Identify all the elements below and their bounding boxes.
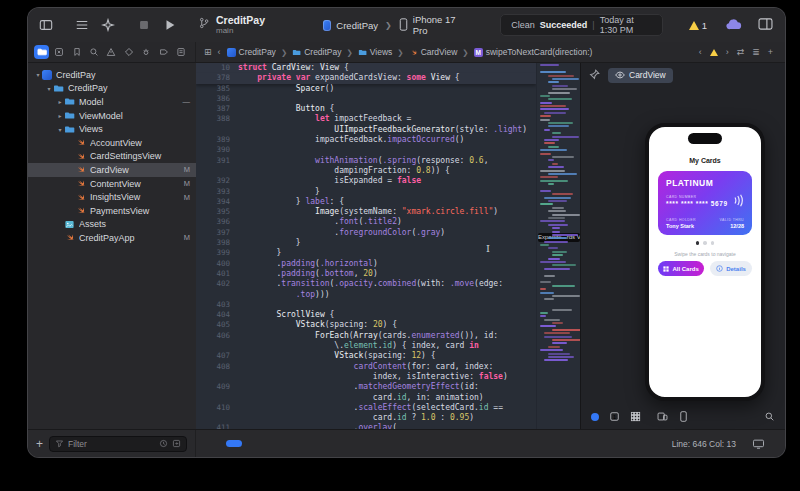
recents-icon[interactable] (159, 439, 168, 448)
add-editor-icon[interactable]: + (768, 47, 773, 57)
add-file-button[interactable]: + (36, 438, 43, 450)
breadcrumb-item[interactable]: CreditPay (292, 47, 341, 57)
back-icon[interactable]: ‹ (218, 47, 221, 57)
file-label: PaymentsView (90, 206, 190, 216)
status-time: Today at 1:30 PM (600, 15, 652, 35)
file-row-insightsview[interactable]: InsightsViewM (28, 190, 196, 204)
code-line: 389 impactFeedback.impactOccurred() (196, 135, 536, 145)
navigator-bookmarks-icon[interactable] (69, 45, 84, 59)
minimap-line (548, 353, 570, 355)
details-button[interactable]: Details (710, 261, 752, 276)
file-row-assets[interactable]: Assets (28, 218, 196, 232)
breadcrumb-item[interactable]: CardView (409, 47, 458, 57)
minimap-line (552, 295, 580, 297)
line-number (196, 372, 238, 382)
file-label: Views (79, 124, 190, 134)
variants-grid-icon[interactable] (630, 408, 641, 426)
iphone-preview[interactable]: My Cards PLATINUM CARD NUMBER **** **** … (645, 123, 765, 401)
minimap[interactable]: Expande...rds View (536, 63, 581, 430)
minimap-line (544, 275, 555, 277)
prev-issue-icon[interactable]: ‹ (699, 47, 702, 57)
file-row-cardsettingsview[interactable]: CardSettingsView (28, 150, 196, 164)
toolbar-left (28, 17, 188, 33)
file-row-creditpay[interactable]: ▾CreditPay (28, 68, 196, 82)
minimap-line (544, 332, 570, 334)
device-settings-icon[interactable] (657, 408, 668, 426)
navigator-reports-icon[interactable] (174, 45, 189, 59)
project-branch[interactable]: CreditPay main (198, 15, 265, 35)
file-row-contentview[interactable]: ContentViewM (28, 177, 196, 191)
scm-filter-icon[interactable] (172, 439, 181, 448)
code-editor[interactable]: I 10struct CardView: View {378 private v… (196, 63, 536, 430)
file-label: Model (79, 97, 179, 107)
device-icon[interactable] (678, 408, 689, 426)
navigator-errors-icon[interactable] (51, 45, 66, 59)
navigator-project-icon[interactable] (34, 45, 49, 59)
disclosure-icon[interactable]: ▾ (56, 126, 64, 133)
file-row-model[interactable]: ▸Model— (28, 95, 196, 109)
filter-placeholder: Filter (68, 439, 155, 449)
disclosure-icon[interactable]: ▾ (34, 71, 42, 78)
status-result: Succeeded (540, 20, 588, 30)
chevron-right-icon: ❯ (397, 48, 403, 57)
activity-status[interactable]: Clean Succeeded | Today at 1:30 PM (500, 14, 662, 36)
compose-sparkle-icon[interactable] (100, 17, 116, 33)
breadcrumb-item[interactable]: CreditPay (227, 47, 276, 57)
file-row-creditpayapp[interactable]: CreditPayAppM (28, 231, 196, 245)
file-row-views[interactable]: ▾Views (28, 122, 196, 136)
navigator-breakpoints-icon[interactable] (156, 45, 171, 59)
minimap-line (548, 237, 567, 239)
minimap-line (552, 254, 563, 256)
issue-icon[interactable] (710, 49, 718, 56)
sidebar-toggle-icon[interactable] (38, 17, 54, 33)
minimap-toggle-icon[interactable]: ≣ (752, 47, 760, 57)
stop-icon[interactable] (136, 17, 152, 33)
selectable-mode-icon[interactable] (609, 408, 620, 426)
related-items-icon[interactable]: ⊞ (204, 47, 212, 57)
list-icon[interactable] (74, 17, 90, 33)
disclosure-icon[interactable]: ▾ (45, 85, 53, 92)
navigator-issues-icon[interactable] (104, 45, 119, 59)
minimap-line (540, 119, 550, 121)
minimap-line (552, 339, 581, 341)
file-row-paymentsview[interactable]: PaymentsView (28, 204, 196, 218)
next-issue-icon[interactable]: › (726, 47, 729, 57)
file-row-creditpay[interactable]: ▾CreditPay (28, 82, 196, 96)
filter-field[interactable]: Filter (49, 436, 187, 452)
preview-canvas[interactable]: CardView My Cards PLATINUM CARD NUMBER *… (580, 63, 785, 430)
scheme-selector[interactable]: CreditPay ❯ iPhone 17 Pro (323, 14, 458, 36)
credit-card[interactable]: PLATINUM CARD NUMBER **** **** **** 5679… (658, 171, 752, 235)
card-tier: PLATINUM (666, 178, 744, 188)
swap-icon[interactable]: ⇄ (737, 47, 745, 57)
disclosure-icon[interactable]: ▸ (56, 112, 64, 119)
branch-name: main (216, 26, 265, 35)
cloud-icon[interactable] (725, 16, 742, 34)
pin-icon[interactable] (589, 66, 600, 84)
code-line: index, isInteractive: false) (196, 372, 536, 382)
breadcrumb-item[interactable]: Views (358, 47, 393, 57)
file-label: CreditPayApp (79, 233, 180, 243)
file-row-cardview[interactable]: CardViewM (28, 163, 196, 177)
code-line: 397 .foregroundColor(.gray) (196, 228, 536, 238)
file-label: AccountView (90, 138, 190, 148)
line-number: 407 (196, 351, 238, 361)
display-icon[interactable] (744, 435, 775, 453)
breadcrumb-item[interactable]: MswipeToNextCard(direction:) (474, 47, 593, 57)
navigator-find-icon[interactable] (86, 45, 101, 59)
preview-tab[interactable]: CardView (608, 68, 673, 83)
zoom-icon[interactable] (764, 408, 775, 426)
line-number: 400 (196, 259, 238, 269)
run-icon[interactable] (162, 17, 178, 33)
navigator-debug-icon[interactable] (139, 45, 154, 59)
live-preview-button[interactable] (591, 413, 599, 421)
warning-badge[interactable]: 1 (689, 20, 707, 31)
minimap-line (552, 214, 580, 216)
minimap-line (552, 207, 564, 209)
disclosure-icon[interactable]: ▸ (56, 98, 64, 105)
file-row-viewmodel[interactable]: ▸ViewModel (28, 109, 196, 123)
navigator-tests-icon[interactable] (121, 45, 136, 59)
editor-layout-icon[interactable] (758, 16, 773, 34)
assets-icon (64, 219, 75, 230)
all-cards-button[interactable]: All Cards (658, 261, 704, 276)
file-row-accountview[interactable]: AccountView (28, 136, 196, 150)
